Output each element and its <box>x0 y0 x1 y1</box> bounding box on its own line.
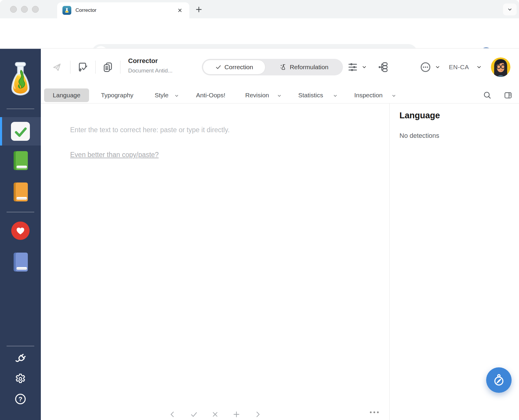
search-icon[interactable] <box>483 91 492 100</box>
gear-icon <box>14 373 27 385</box>
chevron-down-icon[interactable] <box>362 64 367 70</box>
more-options-icon[interactable] <box>370 411 379 413</box>
main-area: Enter the text to correct here: paste or… <box>41 104 519 420</box>
sidebar-divider <box>7 212 34 212</box>
browser-tab-strip: Corrector <box>0 0 519 18</box>
tab-typography[interactable]: Typography <box>101 92 133 99</box>
correction-mode-button[interactable]: Correction <box>203 60 265 75</box>
chevron-down-icon[interactable] <box>476 64 482 70</box>
guide-compass-button[interactable] <box>486 367 512 393</box>
panel-title: Language <box>399 111 440 120</box>
browser-toolbar: antidote.app/corrector M <box>0 18 519 48</box>
tab-revision[interactable]: Revision <box>245 92 269 99</box>
new-tab-icon[interactable] <box>195 5 203 14</box>
browser-window: Corrector <box>0 0 519 420</box>
sidebar-divider <box>7 346 34 346</box>
reformulation-mode-button[interactable]: Reformulation <box>265 60 342 75</box>
app-sidebar: ? <box>0 49 41 420</box>
chevron-down-icon[interactable] <box>174 93 179 98</box>
sidebar-divider <box>7 109 34 109</box>
ellipsis-circle-icon[interactable] <box>420 62 431 73</box>
tab-close-icon[interactable] <box>176 6 184 14</box>
sidebar-item-notebook[interactable] <box>0 252 41 272</box>
app-content: Corrector Document Antid... Correction <box>41 49 519 420</box>
header-divider <box>120 61 120 74</box>
detections-panel: Language No detections <box>390 104 519 420</box>
tab-style[interactable]: Style <box>155 92 169 99</box>
correction-nav-bar <box>168 410 262 419</box>
antidote-app: ? <box>0 48 519 420</box>
user-avatar[interactable] <box>491 57 510 77</box>
app-header: Corrector Document Antid... Correction <box>41 49 519 87</box>
window-close-button[interactable] <box>10 6 17 13</box>
heart-icon <box>11 222 30 240</box>
editor-input[interactable]: Enter the text to correct here: paste or… <box>41 104 389 420</box>
antidote-favicon-icon <box>62 6 71 15</box>
plug-icon <box>14 352 27 366</box>
approve-icon[interactable] <box>190 410 198 419</box>
previous-detection-icon[interactable] <box>168 410 177 419</box>
selected-indicator <box>0 117 2 146</box>
chevron-down-icon[interactable] <box>391 93 396 98</box>
reject-icon[interactable] <box>211 410 219 419</box>
document-name: Document Antid... <box>128 67 173 74</box>
tab-anti-oops[interactable]: Anti-Oops! <box>196 92 225 99</box>
chevron-down-icon[interactable] <box>435 64 440 70</box>
svg-text:?: ? <box>18 395 22 403</box>
mode-switch: Correction Reformulation <box>202 59 343 75</box>
filter-sliders-icon[interactable] <box>347 62 358 72</box>
header-divider <box>95 61 96 74</box>
panel-empty-message: No detections <box>399 132 439 140</box>
sidebar-item-settings[interactable] <box>0 373 41 385</box>
green-book-icon <box>12 151 29 170</box>
antidote-flask-logo <box>0 62 41 97</box>
sidebar-item-help[interactable]: ? <box>0 393 41 405</box>
module-title: Corrector <box>128 57 173 65</box>
header-divider <box>70 61 70 74</box>
tab-title: Corrector <box>75 7 176 13</box>
analysis-tab-bar: Language Typography Style Anti-Oops! Rev… <box>41 87 519 104</box>
sidebar-item-dictionaries[interactable] <box>0 151 41 170</box>
blue-book-icon <box>12 252 29 272</box>
tab-statistics[interactable]: Statistics <box>298 92 323 99</box>
editor-placeholder: Enter the text to correct here: paste or… <box>70 126 230 134</box>
flask-sparkles-icon <box>279 63 287 71</box>
side-panel-icon[interactable] <box>504 91 512 100</box>
sidebar-item-favorites[interactable] <box>0 222 41 240</box>
browser-tab[interactable]: Corrector <box>57 2 189 18</box>
add-icon[interactable] <box>232 410 241 419</box>
tab-overflow-chevron-icon[interactable] <box>503 4 517 15</box>
sidebar-item-connectors[interactable] <box>0 352 41 366</box>
send-icon[interactable] <box>52 62 62 72</box>
copy-icon[interactable] <box>102 62 113 73</box>
help-icon: ? <box>14 393 27 405</box>
chevron-down-icon[interactable] <box>333 93 338 98</box>
hierarchy-tree-icon[interactable] <box>378 62 389 73</box>
window-minimize-button[interactable] <box>21 6 28 13</box>
tab-language[interactable]: Language <box>44 88 89 102</box>
sidebar-item-corrector[interactable] <box>0 117 41 146</box>
next-detection-icon[interactable] <box>254 410 262 419</box>
chevron-down-icon[interactable] <box>277 93 282 98</box>
compass-icon <box>491 372 507 388</box>
check-icon <box>215 64 222 70</box>
document-title-block: Corrector Document Antid... <box>128 57 173 74</box>
document-check-icon[interactable] <box>77 62 88 73</box>
language-selector[interactable]: EN-CA <box>449 64 469 71</box>
sidebar-item-guides[interactable] <box>0 182 41 202</box>
window-zoom-button[interactable] <box>32 6 39 13</box>
orange-book-icon <box>12 182 29 202</box>
better-than-copy-paste-link[interactable]: Even better than copy/paste? <box>70 151 159 159</box>
tab-inspection[interactable]: Inspection <box>354 92 383 99</box>
corrector-check-icon <box>11 122 30 141</box>
